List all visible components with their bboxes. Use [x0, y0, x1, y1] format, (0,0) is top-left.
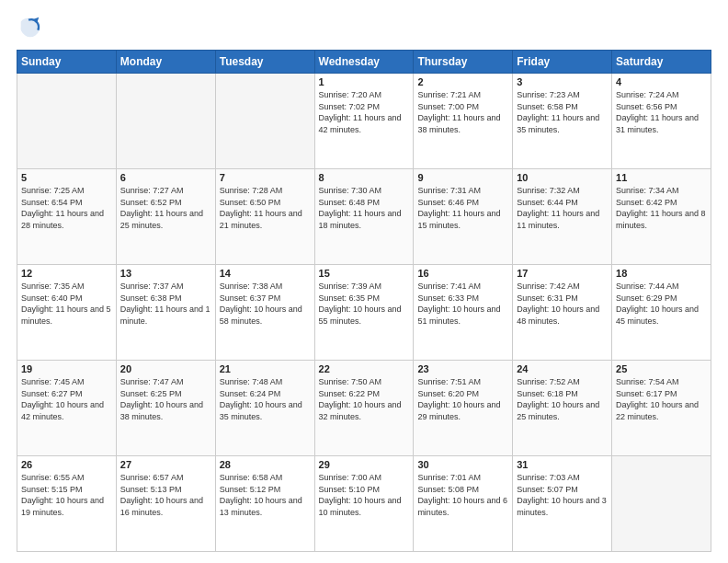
day-info: Sunrise: 6:55 AM Sunset: 5:15 PM Dayligh…	[21, 472, 112, 518]
day-info: Sunrise: 7:34 AM Sunset: 6:42 PM Dayligh…	[616, 185, 707, 231]
calendar-cell: 16Sunrise: 7:41 AM Sunset: 6:33 PM Dayli…	[414, 265, 513, 361]
day-info: Sunrise: 7:21 AM Sunset: 7:00 PM Dayligh…	[417, 89, 508, 135]
week-row-5: 26Sunrise: 6:55 AM Sunset: 5:15 PM Dayli…	[17, 456, 711, 552]
day-info: Sunrise: 7:03 AM Sunset: 5:07 PM Dayligh…	[517, 472, 608, 518]
day-number: 9	[417, 172, 508, 183]
day-number: 15	[319, 268, 410, 279]
calendar-cell: 4Sunrise: 7:24 AM Sunset: 6:56 PM Daylig…	[612, 74, 711, 169]
day-number: 16	[417, 268, 508, 279]
calendar-cell: 30Sunrise: 7:01 AM Sunset: 5:08 PM Dayli…	[414, 456, 513, 552]
day-number: 24	[517, 363, 608, 374]
calendar-cell: 13Sunrise: 7:37 AM Sunset: 6:38 PM Dayli…	[116, 265, 215, 361]
day-info: Sunrise: 7:54 AM Sunset: 6:17 PM Dayligh…	[616, 376, 707, 422]
calendar-cell: 10Sunrise: 7:32 AM Sunset: 6:44 PM Dayli…	[513, 169, 612, 265]
calendar-cell: 28Sunrise: 6:58 AM Sunset: 5:12 PM Dayli…	[215, 456, 314, 552]
day-info: Sunrise: 7:38 AM Sunset: 6:37 PM Dayligh…	[220, 281, 311, 327]
day-number: 19	[21, 363, 112, 374]
day-info: Sunrise: 7:20 AM Sunset: 7:02 PM Dayligh…	[319, 89, 410, 135]
day-number: 17	[517, 268, 608, 279]
day-info: Sunrise: 7:51 AM Sunset: 6:20 PM Dayligh…	[417, 376, 508, 422]
calendar-cell: 11Sunrise: 7:34 AM Sunset: 6:42 PM Dayli…	[612, 169, 711, 265]
day-info: Sunrise: 7:28 AM Sunset: 6:50 PM Dayligh…	[220, 185, 311, 231]
calendar-cell: 7Sunrise: 7:28 AM Sunset: 6:50 PM Daylig…	[215, 169, 314, 265]
day-info: Sunrise: 7:31 AM Sunset: 6:46 PM Dayligh…	[417, 185, 508, 231]
day-number: 10	[517, 172, 608, 183]
day-info: Sunrise: 7:25 AM Sunset: 6:54 PM Dayligh…	[21, 185, 112, 231]
day-info: Sunrise: 7:42 AM Sunset: 6:31 PM Dayligh…	[517, 281, 608, 327]
day-number: 13	[120, 268, 211, 279]
calendar-cell: 24Sunrise: 7:52 AM Sunset: 6:18 PM Dayli…	[513, 361, 612, 456]
calendar-cell: 23Sunrise: 7:51 AM Sunset: 6:20 PM Dayli…	[414, 361, 513, 456]
day-number: 28	[220, 459, 311, 470]
day-number: 11	[616, 172, 707, 183]
day-info: Sunrise: 7:35 AM Sunset: 6:40 PM Dayligh…	[21, 281, 112, 327]
calendar-cell: 14Sunrise: 7:38 AM Sunset: 6:37 PM Dayli…	[215, 265, 314, 361]
weekday-header-monday: Monday	[116, 51, 215, 74]
calendar-cell: 20Sunrise: 7:47 AM Sunset: 6:25 PM Dayli…	[116, 361, 215, 456]
day-number: 18	[616, 268, 707, 279]
day-number: 4	[616, 76, 707, 87]
day-number: 2	[417, 76, 508, 87]
calendar-cell: 17Sunrise: 7:42 AM Sunset: 6:31 PM Dayli…	[513, 265, 612, 361]
day-number: 26	[21, 459, 112, 470]
week-row-1: 1Sunrise: 7:20 AM Sunset: 7:02 PM Daylig…	[17, 74, 711, 169]
day-number: 30	[417, 459, 508, 470]
weekday-header-tuesday: Tuesday	[215, 51, 314, 74]
day-number: 20	[120, 363, 211, 374]
day-number: 31	[517, 459, 608, 470]
day-info: Sunrise: 7:27 AM Sunset: 6:52 PM Dayligh…	[120, 185, 211, 231]
weekday-header-saturday: Saturday	[612, 51, 711, 74]
weekday-header-wednesday: Wednesday	[314, 51, 414, 74]
weekday-header-friday: Friday	[513, 51, 612, 74]
calendar-cell: 26Sunrise: 6:55 AM Sunset: 5:15 PM Dayli…	[17, 456, 117, 552]
calendar-cell: 29Sunrise: 7:00 AM Sunset: 5:10 PM Dayli…	[314, 456, 414, 552]
calendar-cell: 19Sunrise: 7:45 AM Sunset: 6:27 PM Dayli…	[17, 361, 117, 456]
calendar-cell: 22Sunrise: 7:50 AM Sunset: 6:22 PM Dayli…	[314, 361, 414, 456]
calendar-cell	[17, 74, 117, 169]
day-info: Sunrise: 7:30 AM Sunset: 6:48 PM Dayligh…	[319, 185, 410, 231]
day-number: 27	[120, 459, 211, 470]
day-number: 12	[21, 268, 112, 279]
logo	[17, 15, 46, 40]
calendar-cell	[612, 456, 711, 552]
calendar-cell: 21Sunrise: 7:48 AM Sunset: 6:24 PM Dayli…	[215, 361, 314, 456]
calendar-cell: 18Sunrise: 7:44 AM Sunset: 6:29 PM Dayli…	[612, 265, 711, 361]
weekday-header-thursday: Thursday	[414, 51, 513, 74]
day-number: 5	[21, 172, 112, 183]
header	[17, 15, 711, 40]
day-info: Sunrise: 7:39 AM Sunset: 6:35 PM Dayligh…	[319, 281, 410, 327]
day-info: Sunrise: 7:50 AM Sunset: 6:22 PM Dayligh…	[319, 376, 410, 422]
day-info: Sunrise: 7:47 AM Sunset: 6:25 PM Dayligh…	[120, 376, 211, 422]
day-number: 22	[319, 363, 410, 374]
calendar-cell: 3Sunrise: 7:23 AM Sunset: 6:58 PM Daylig…	[513, 74, 612, 169]
day-number: 25	[616, 363, 707, 374]
day-info: Sunrise: 7:44 AM Sunset: 6:29 PM Dayligh…	[616, 281, 707, 327]
calendar-cell: 1Sunrise: 7:20 AM Sunset: 7:02 PM Daylig…	[314, 74, 414, 169]
day-number: 23	[417, 363, 508, 374]
calendar-table: SundayMondayTuesdayWednesdayThursdayFrid…	[17, 50, 711, 552]
day-number: 3	[517, 76, 608, 87]
calendar-cell: 8Sunrise: 7:30 AM Sunset: 6:48 PM Daylig…	[314, 169, 414, 265]
day-info: Sunrise: 7:00 AM Sunset: 5:10 PM Dayligh…	[319, 472, 410, 518]
weekday-header-row: SundayMondayTuesdayWednesdayThursdayFrid…	[17, 51, 711, 74]
day-number: 29	[319, 459, 410, 470]
calendar-cell: 25Sunrise: 7:54 AM Sunset: 6:17 PM Dayli…	[612, 361, 711, 456]
day-info: Sunrise: 7:32 AM Sunset: 6:44 PM Dayligh…	[517, 185, 608, 231]
logo-icon	[17, 15, 42, 40]
weekday-header-sunday: Sunday	[17, 51, 117, 74]
day-info: Sunrise: 6:58 AM Sunset: 5:12 PM Dayligh…	[220, 472, 311, 518]
day-info: Sunrise: 7:52 AM Sunset: 6:18 PM Dayligh…	[517, 376, 608, 422]
calendar-cell: 15Sunrise: 7:39 AM Sunset: 6:35 PM Dayli…	[314, 265, 414, 361]
day-info: Sunrise: 7:01 AM Sunset: 5:08 PM Dayligh…	[417, 472, 508, 518]
day-info: Sunrise: 7:45 AM Sunset: 6:27 PM Dayligh…	[21, 376, 112, 422]
week-row-4: 19Sunrise: 7:45 AM Sunset: 6:27 PM Dayli…	[17, 361, 711, 456]
week-row-3: 12Sunrise: 7:35 AM Sunset: 6:40 PM Dayli…	[17, 265, 711, 361]
week-row-2: 5Sunrise: 7:25 AM Sunset: 6:54 PM Daylig…	[17, 169, 711, 265]
day-info: Sunrise: 7:48 AM Sunset: 6:24 PM Dayligh…	[220, 376, 311, 422]
day-info: Sunrise: 7:41 AM Sunset: 6:33 PM Dayligh…	[417, 281, 508, 327]
day-number: 14	[220, 268, 311, 279]
day-number: 21	[220, 363, 311, 374]
day-info: Sunrise: 6:57 AM Sunset: 5:13 PM Dayligh…	[120, 472, 211, 518]
calendar-cell: 12Sunrise: 7:35 AM Sunset: 6:40 PM Dayli…	[17, 265, 117, 361]
day-number: 1	[319, 76, 410, 87]
